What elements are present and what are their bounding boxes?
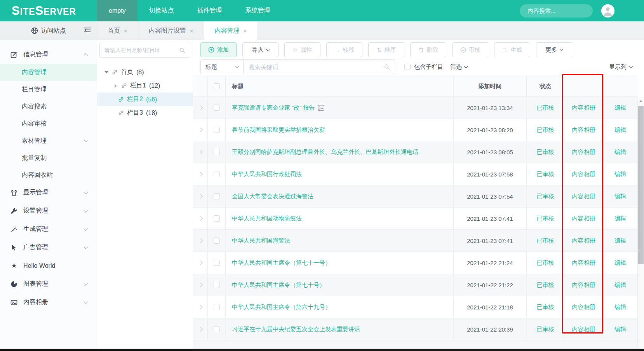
close-icon[interactable]: × bbox=[244, 28, 247, 34]
chevron-right-icon[interactable] bbox=[198, 283, 202, 287]
nav-item-plugin-mgmt[interactable]: 插件管理 bbox=[186, 0, 234, 21]
caret-expanded-icon[interactable] bbox=[104, 71, 109, 73]
sidebar-item-generate-mgmt[interactable]: 生成管理 bbox=[0, 220, 97, 238]
content-title-link[interactable]: 李克强邀请专家企业家 “改” 报告 bbox=[232, 104, 315, 112]
row-checkbox[interactable] bbox=[214, 237, 220, 244]
more-button[interactable]: 更多 bbox=[536, 42, 572, 57]
row-checkbox[interactable] bbox=[214, 215, 220, 222]
content-title-link[interactable]: 中华人民共和国主席令（第七十一号） bbox=[232, 259, 331, 267]
column-search-input[interactable] bbox=[100, 47, 179, 53]
row-checkbox[interactable] bbox=[214, 127, 220, 133]
tab-content-image-settings[interactable]: 内容图片设置 × bbox=[138, 21, 204, 40]
siteserver-logo[interactable]: SiteServer bbox=[0, 0, 97, 21]
sidebar-item-content-album[interactable]: 内容相册 bbox=[0, 293, 97, 311]
collapse-sidebar-icon[interactable] bbox=[84, 27, 91, 33]
edit-link[interactable]: 编辑 bbox=[614, 148, 626, 156]
chevron-right-icon[interactable] bbox=[198, 172, 202, 176]
sidebar-item-info-mgmt[interactable]: 信息管理 bbox=[0, 45, 97, 64]
nav-item-switch-site[interactable]: 切换站点 bbox=[138, 0, 186, 21]
chevron-right-icon[interactable] bbox=[198, 305, 202, 309]
close-icon[interactable]: × bbox=[190, 28, 193, 34]
scrollbar-thumb[interactable] bbox=[638, 106, 644, 264]
edit-link[interactable]: 编辑 bbox=[614, 215, 626, 222]
row-checkbox[interactable] bbox=[214, 282, 220, 288]
row-checkbox[interactable] bbox=[214, 149, 220, 155]
import-button[interactable]: 导入 bbox=[242, 42, 278, 57]
edit-link[interactable]: 编辑 bbox=[614, 126, 626, 134]
edit-link[interactable]: 编辑 bbox=[614, 259, 626, 267]
include-children-label[interactable]: 包含子栏目 bbox=[414, 63, 443, 71]
chevron-right-icon[interactable] bbox=[198, 127, 202, 132]
row-checkbox[interactable] bbox=[214, 260, 220, 266]
content-album-link[interactable]: 内容相册 bbox=[572, 237, 595, 244]
edit-link[interactable]: 编辑 bbox=[614, 281, 626, 289]
nav-item-empty[interactable]: empty bbox=[97, 0, 138, 21]
sidebar-item-content-search[interactable]: 内容搜索 bbox=[0, 98, 97, 115]
chevron-right-icon[interactable] bbox=[198, 105, 202, 110]
visit-site-button[interactable]: 访问站点 bbox=[0, 21, 97, 40]
edit-link[interactable]: 编辑 bbox=[614, 104, 626, 112]
content-album-link[interactable]: 内容相册 bbox=[572, 193, 595, 200]
content-title-link[interactable]: 春节前我国将采取更实举措根治欠薪 bbox=[232, 126, 325, 134]
add-button[interactable]: 添加 bbox=[200, 42, 237, 57]
row-checkbox[interactable] bbox=[214, 171, 220, 177]
content-album-link[interactable]: 内容相册 bbox=[572, 326, 595, 333]
sidebar-item-column-mgmt[interactable]: 栏目管理 bbox=[0, 81, 97, 98]
chevron-right-icon[interactable] bbox=[198, 327, 202, 331]
content-album-link[interactable]: 内容相册 bbox=[572, 259, 595, 267]
chevron-right-icon[interactable] bbox=[198, 194, 202, 198]
sidebar-item-settings-mgmt[interactable]: 设置管理 bbox=[0, 202, 97, 220]
edit-link[interactable]: 编辑 bbox=[614, 304, 626, 311]
content-title-link[interactable]: 王毅分别同哈萨克斯坦副总理兼外长、乌克兰外长、巴基斯坦外长通电话 bbox=[232, 148, 418, 156]
chevron-right-icon[interactable] bbox=[198, 150, 202, 154]
keyword-search-box[interactable] bbox=[244, 59, 395, 74]
include-children-checkbox[interactable] bbox=[404, 64, 411, 70]
row-checkbox[interactable] bbox=[214, 193, 220, 199]
content-title-link[interactable]: 习近平在十九届中央纪委五次全会上发表重要讲话 bbox=[232, 326, 360, 333]
sidebar-item-chart-mgmt[interactable]: 图表管理 bbox=[0, 275, 97, 293]
chevron-right-icon[interactable] bbox=[198, 238, 202, 243]
review-button[interactable]: 审核 bbox=[452, 42, 488, 57]
scroll-up-arrow-icon[interactable] bbox=[639, 100, 642, 102]
content-album-link[interactable]: 内容相册 bbox=[572, 104, 595, 112]
sidebar-item-material-mgmt[interactable]: 素材管理 bbox=[0, 132, 97, 149]
edit-link[interactable]: 编辑 bbox=[614, 193, 626, 200]
generate-button[interactable]: 生成 bbox=[494, 42, 530, 57]
transfer-button[interactable]: → 转移 bbox=[326, 42, 362, 57]
content-title-link[interactable]: 全国人大常委会表决通过海警法 bbox=[232, 193, 313, 200]
close-icon[interactable]: × bbox=[124, 28, 127, 34]
chevron-right-icon[interactable] bbox=[198, 216, 202, 220]
content-title-link[interactable]: 中华人民共和国主席令（第七十号） bbox=[232, 281, 325, 289]
select-all-checkbox[interactable] bbox=[214, 83, 220, 89]
content-album-link[interactable]: 内容相册 bbox=[572, 171, 595, 178]
vertical-scrollbar[interactable] bbox=[637, 97, 644, 349]
content-title-link[interactable]: 中华人民共和国动物防疫法 bbox=[232, 215, 302, 222]
row-checkbox[interactable] bbox=[214, 326, 220, 332]
tab-home[interactable]: 首页 × bbox=[97, 21, 138, 40]
sidebar-item-batch-copy[interactable]: 批量复制 bbox=[0, 149, 97, 166]
content-album-link[interactable]: 内容相册 bbox=[572, 126, 595, 134]
filter-toggle[interactable]: 筛选 bbox=[450, 63, 468, 71]
attribute-button[interactable]: ☆ 属性 bbox=[284, 42, 320, 57]
sidebar-item-recycle-bin[interactable]: 内容回收站 bbox=[0, 166, 97, 183]
content-album-link[interactable]: 内容相册 bbox=[572, 281, 595, 289]
chevron-right-icon[interactable] bbox=[198, 260, 202, 265]
nav-item-system-mgmt[interactable]: 系统管理 bbox=[234, 0, 282, 21]
display-columns-toggle[interactable]: 显示列 bbox=[609, 63, 632, 71]
content-search-input[interactable] bbox=[520, 7, 609, 14]
content-album-link[interactable]: 内容相册 bbox=[572, 148, 595, 156]
sidebar-item-content-review[interactable]: 内容审核 bbox=[0, 115, 97, 132]
content-title-link[interactable]: 中华人民共和国海警法 bbox=[232, 237, 290, 244]
sidebar-item-ad-mgmt[interactable]: 广告管理 bbox=[0, 238, 97, 257]
content-album-link[interactable]: 内容相册 bbox=[572, 304, 595, 311]
sort-button[interactable]: ⇅ 排序 bbox=[368, 42, 404, 57]
tab-content-mgmt[interactable]: 内容管理 × bbox=[204, 21, 258, 40]
edit-link[interactable]: 编辑 bbox=[614, 237, 626, 244]
sidebar-item-display-mgmt[interactable]: 显示管理 bbox=[0, 183, 97, 202]
row-checkbox[interactable] bbox=[214, 304, 220, 310]
keyword-input[interactable] bbox=[244, 64, 384, 70]
search-field-select[interactable]: 标题 bbox=[200, 59, 244, 74]
caret-collapsed-icon[interactable] bbox=[113, 84, 118, 88]
content-title-link[interactable]: 中华人民共和国主席令（第六十九号） bbox=[232, 304, 331, 311]
tree-node-column2[interactable]: 栏目2 (56) bbox=[97, 93, 193, 106]
